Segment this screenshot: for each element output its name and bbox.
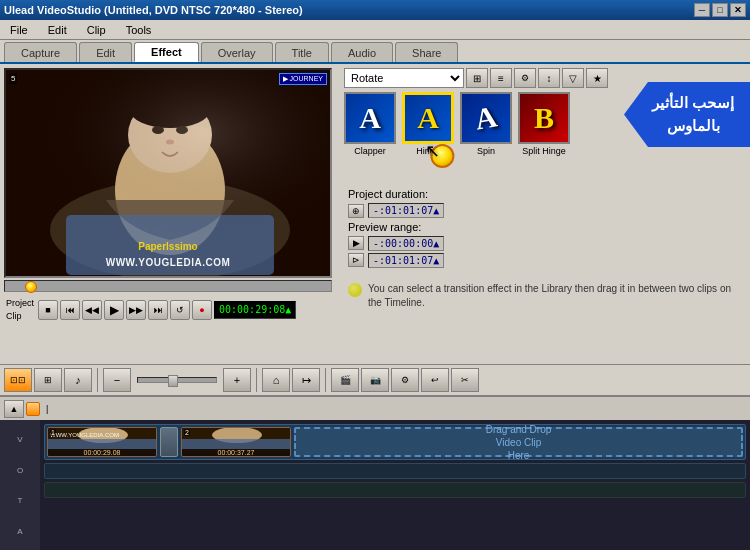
separator-3 xyxy=(325,368,326,392)
clip-btn1[interactable]: 🎬 xyxy=(331,368,359,392)
preview-range-label: Preview range: xyxy=(348,221,421,233)
transition-clip[interactable] xyxy=(160,427,178,457)
maximize-button[interactable]: □ xyxy=(712,3,728,17)
effects-panel: Rotate Dissolve Slide Peel ⊞ ≡ ⚙ ↕ ▽ ★ A… xyxy=(340,64,750,364)
rewind-button[interactable]: ◀◀ xyxy=(82,300,102,320)
audio-mix-btn[interactable]: ♪ xyxy=(64,368,92,392)
zoom-in-btn[interactable]: + xyxy=(223,368,251,392)
bottom-toolbar: ⊡⊡ ⊞ ♪ − + ⌂ ↦ 🎬 📷 ⚙ ↩ ✂ xyxy=(0,364,750,396)
svg-rect-12 xyxy=(48,439,157,449)
tl-label-audio: A xyxy=(2,527,38,536)
hint-icon xyxy=(348,283,362,297)
prev-frame-button[interactable]: ⏮ xyxy=(60,300,80,320)
main-content: Paperlssimo WWW.YOUGLEDIA.COM ▶ JOURNEY … xyxy=(0,64,750,364)
loop-button[interactable]: ↺ xyxy=(170,300,190,320)
tab-overlay[interactable]: Overlay xyxy=(201,42,273,62)
close-button[interactable]: ✕ xyxy=(730,3,746,17)
hint-text: You can select a transition effect in th… xyxy=(368,282,742,310)
home-btn[interactable]: ⌂ xyxy=(262,368,290,392)
video-watermark: Paperlssimo xyxy=(138,241,197,252)
tab-effect[interactable]: Effect xyxy=(134,42,199,62)
storyboard-btn[interactable]: ⊡⊡ xyxy=(4,368,32,392)
play-button[interactable]: ▶ xyxy=(104,300,124,320)
project-label: Project xyxy=(6,297,34,310)
preview-start: -:00:00:00▲ xyxy=(368,236,444,251)
preview-end-icon[interactable]: ⊳ xyxy=(348,253,364,267)
duration-icon[interactable]: ⊕ xyxy=(348,204,364,218)
menu-tools[interactable]: Tools xyxy=(120,23,158,37)
tl-label-title: T xyxy=(2,496,38,505)
overlay-track xyxy=(44,463,746,479)
title-bar-buttons: ─ □ ✕ xyxy=(694,3,746,17)
video-track: WWW.YOUGLEDIA.COM 00:00:29.08 1 xyxy=(44,424,746,460)
clip-btn2[interactable]: 📷 xyxy=(361,368,389,392)
clapper-label: Clapper xyxy=(354,146,386,156)
minimize-button[interactable]: ─ xyxy=(694,3,710,17)
video-number: 5 xyxy=(9,73,17,84)
timeline-content: V O T A WWW.YOUGLEDIA.COM xyxy=(0,420,750,550)
list-view-btn[interactable]: ≡ xyxy=(490,68,512,88)
options-btn[interactable]: ⚙ xyxy=(514,68,536,88)
svg-rect-16 xyxy=(182,439,291,449)
scrubber-bar[interactable] xyxy=(4,280,332,292)
preview-range-row: Preview range: xyxy=(348,221,742,233)
next-frame-button[interactable]: ⏭ xyxy=(148,300,168,320)
clip1-time: 00:00:29.08 xyxy=(48,449,156,456)
forward-button[interactable]: ▶▶ xyxy=(126,300,146,320)
effect-spin[interactable]: A Spin xyxy=(460,92,512,156)
mouse-cursor: ↖ xyxy=(425,140,440,162)
time-display: 00:00:29:08▲ xyxy=(214,301,296,319)
drop-zone[interactable]: Drag and DropVideo ClipHere xyxy=(294,427,743,457)
sort-btn[interactable]: ↕ xyxy=(538,68,560,88)
timeline-btn[interactable]: ⊞ xyxy=(34,368,62,392)
preview-panel: Paperlssimo WWW.YOUGLEDIA.COM ▶ JOURNEY … xyxy=(0,64,340,364)
hinge-thumb: A xyxy=(402,92,454,144)
tab-share[interactable]: Share xyxy=(395,42,458,62)
menu-file[interactable]: File xyxy=(4,23,34,37)
clip2-thumbnail xyxy=(182,427,290,449)
timeline-toolbar: ▲ | xyxy=(0,396,750,420)
effect-hinge[interactable]: A ↖ Hinge xyxy=(402,92,454,156)
video-preview: Paperlssimo WWW.YOUGLEDIA.COM ▶ JOURNEY … xyxy=(4,68,332,278)
zoom-slider[interactable] xyxy=(137,377,217,383)
end-btn[interactable]: ↦ xyxy=(292,368,320,392)
clip-btn5[interactable]: ✂ xyxy=(451,368,479,392)
video-clip-2[interactable]: 00:00:37.27 2 xyxy=(181,427,291,457)
tl-expand-btn[interactable]: ▲ xyxy=(4,400,24,418)
spin-label: Spin xyxy=(477,146,495,156)
clip2-time: 00:00:37.27 xyxy=(182,449,290,456)
duration-value: -:01:01:07▲ xyxy=(368,203,444,218)
tl-label-overlay: O xyxy=(2,466,38,475)
arabic-line1: إسحب التأثير xyxy=(648,92,738,115)
scrubber-handle[interactable] xyxy=(25,281,37,293)
effect-clapper[interactable]: A Clapper xyxy=(344,92,396,156)
stop-button[interactable]: ■ xyxy=(38,300,58,320)
video-clip-1[interactable]: WWW.YOUGLEDIA.COM 00:00:29.08 1 xyxy=(47,427,157,457)
timeline-labels: V O T A xyxy=(0,420,40,550)
menu-edit[interactable]: Edit xyxy=(42,23,73,37)
window-title: Ulead VideoStudio (Untitled, DVD NTSC 72… xyxy=(4,4,303,16)
track-color-btn[interactable] xyxy=(26,402,40,416)
zoom-thumb[interactable] xyxy=(168,375,178,387)
preview-range-values: ▶ -:00:00:00▲ xyxy=(348,236,742,251)
menu-clip[interactable]: Clip xyxy=(81,23,112,37)
tab-bar: Capture Edit Effect Overlay Title Audio … xyxy=(0,40,750,64)
tab-capture[interactable]: Capture xyxy=(4,42,77,62)
star-btn[interactable]: ★ xyxy=(586,68,608,88)
effect-splithinge[interactable]: B Split Hinge xyxy=(518,92,570,156)
thumbnail-view-btn[interactable]: ⊞ xyxy=(466,68,488,88)
clip-btn4[interactable]: ↩ xyxy=(421,368,449,392)
record-button[interactable]: ● xyxy=(192,300,212,320)
tab-audio[interactable]: Audio xyxy=(331,42,393,62)
zoom-out-btn[interactable]: − xyxy=(103,368,131,392)
effect-category-dropdown[interactable]: Rotate Dissolve Slide Peel xyxy=(344,68,464,88)
separator-2 xyxy=(256,368,257,392)
filter-btn[interactable]: ▽ xyxy=(562,68,584,88)
arabic-line2: بالماوس xyxy=(648,115,738,138)
tab-title[interactable]: Title xyxy=(275,42,329,62)
preview-start-icon[interactable]: ▶ xyxy=(348,236,364,250)
tab-edit[interactable]: Edit xyxy=(79,42,132,62)
menu-bar: File Edit Clip Tools xyxy=(0,20,750,40)
hint-area: You can select a transition effect in th… xyxy=(344,278,746,314)
clip-btn3[interactable]: ⚙ xyxy=(391,368,419,392)
